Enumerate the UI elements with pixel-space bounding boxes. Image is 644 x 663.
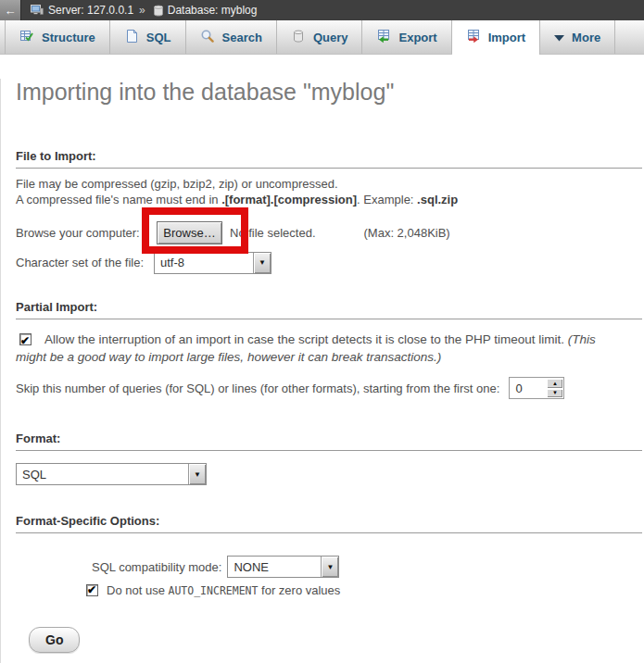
charset-select[interactable]: utf-8 ▼: [154, 252, 271, 274]
breadcrumb-database[interactable]: Database: myblog: [168, 4, 258, 17]
filename-rule-example: .sql.zip: [417, 193, 458, 206]
tab-label: Query: [313, 31, 348, 44]
max-size-text: (Max: 2,048KiB): [364, 226, 450, 240]
format-row: SQL ▼: [16, 463, 629, 485]
structure-icon: [19, 29, 34, 46]
server-icon: [31, 4, 44, 17]
charset-label: Character set of the file:: [16, 256, 154, 269]
filename-rule-prefix: A compressed file's name must end in: [16, 193, 221, 206]
dropdown-arrow-icon[interactable]: ▼: [188, 464, 206, 484]
section-heading-format-specific: Format-Specific Options:: [16, 514, 642, 533]
database-icon: [153, 5, 164, 17]
browse-button[interactable]: Browse…: [157, 221, 222, 244]
allow-interruption-checkbox[interactable]: [19, 333, 32, 345]
allow-interruption-text: Allow the interruption of an import in c…: [44, 332, 568, 346]
auto-increment-text: Do not use AUTO_INCREMENT for zero value…: [107, 583, 340, 597]
tab-sql[interactable]: SQL: [110, 20, 186, 54]
tab-label: Structure: [42, 31, 95, 44]
format-select[interactable]: SQL ▼: [16, 463, 207, 485]
tab-label: More: [572, 31, 600, 44]
breadcrumb-server[interactable]: Server: 127.0.0.1: [48, 4, 133, 17]
no-file-selected-text: No file selected.: [230, 226, 316, 240]
sql-compatibility-select[interactable]: NONE ▼: [227, 556, 339, 578]
spinner-down-icon[interactable]: ▼: [547, 389, 562, 398]
auto-increment-suffix: for zero values: [258, 583, 340, 597]
tab-structure[interactable]: Structure: [5, 20, 110, 54]
tab-label: Import: [488, 31, 525, 44]
skip-queries-value[interactable]: 0: [511, 379, 547, 397]
tab-more[interactable]: More: [540, 20, 615, 54]
format-select-value: SQL: [17, 464, 188, 484]
section-heading-file-to-import: File to Import:: [16, 149, 642, 169]
query-icon: [291, 29, 306, 46]
import-page: Importing into the database "myblog" Fil…: [0, 79, 644, 663]
section-heading-format: Format:: [16, 432, 642, 451]
sql-compatibility-row: SQL compatibility mode: NONE ▼: [16, 556, 629, 578]
browse-row: Browse your computer: Browse… No file se…: [16, 220, 629, 244]
import-icon: [466, 29, 481, 46]
tab-query[interactable]: Query: [277, 20, 363, 54]
chevron-down-icon: [554, 31, 564, 44]
go-button[interactable]: Go: [29, 627, 80, 653]
tab-export[interactable]: Export: [362, 20, 451, 54]
tab-search[interactable]: Search: [186, 20, 277, 54]
skip-queries-label: Skip this number of queries (for SQL) or…: [16, 382, 499, 395]
page-title: Importing into the database "myblog": [16, 79, 644, 106]
skip-queries-row: Skip this number of queries (for SQL) or…: [16, 376, 629, 400]
tab-label: Export: [398, 31, 436, 44]
skip-queries-input[interactable]: 0 ▲ ▼: [509, 377, 564, 399]
auto-increment-code: AUTO_INCREMENT: [169, 584, 259, 597]
browse-label: Browse your computer:: [16, 226, 157, 240]
back-button[interactable]: ←: [0, 0, 21, 20]
breadcrumb-separator: »: [139, 4, 145, 17]
tab-bar: Structure SQL Search Query: [0, 20, 644, 55]
sql-icon: [124, 29, 139, 46]
browse-wrap: Browse…: [157, 221, 222, 244]
charset-select-value: utf-8: [155, 253, 253, 273]
file-import-description: File may be compressed (gzip, bzip2, zip…: [16, 177, 629, 207]
filename-rule-mid: . Example:: [357, 193, 417, 206]
charset-row: Character set of the file: utf-8 ▼: [16, 251, 629, 274]
filename-rule-format: .[format].[compression]: [221, 193, 357, 206]
sql-compatibility-label: SQL compatibility mode:: [92, 560, 221, 574]
tab-label: Search: [222, 31, 262, 44]
sql-compatibility-value: NONE: [228, 557, 321, 577]
section-heading-partial-import: Partial Import:: [16, 300, 642, 319]
spinner-buttons: ▲ ▼: [547, 379, 562, 397]
auto-increment-checkbox[interactable]: [86, 584, 98, 596]
dropdown-arrow-icon[interactable]: ▼: [321, 557, 338, 577]
tab-label: SQL: [146, 31, 171, 44]
allow-interruption-row: Allow the interruption of an import in c…: [16, 331, 629, 366]
breadcrumb-bar: ← Server: 127.0.0.1 » Database: myblog: [0, 0, 644, 20]
tab-import[interactable]: Import: [452, 20, 540, 55]
export-icon: [376, 29, 391, 46]
search-icon: [200, 29, 215, 46]
auto-increment-prefix: Do not use: [107, 583, 169, 597]
dropdown-arrow-icon[interactable]: ▼: [253, 253, 271, 273]
spinner-up-icon[interactable]: ▲: [547, 379, 562, 388]
compression-line: File may be compressed (gzip, bzip2, zip…: [16, 177, 338, 191]
auto-increment-row: Do not use AUTO_INCREMENT for zero value…: [16, 583, 629, 597]
